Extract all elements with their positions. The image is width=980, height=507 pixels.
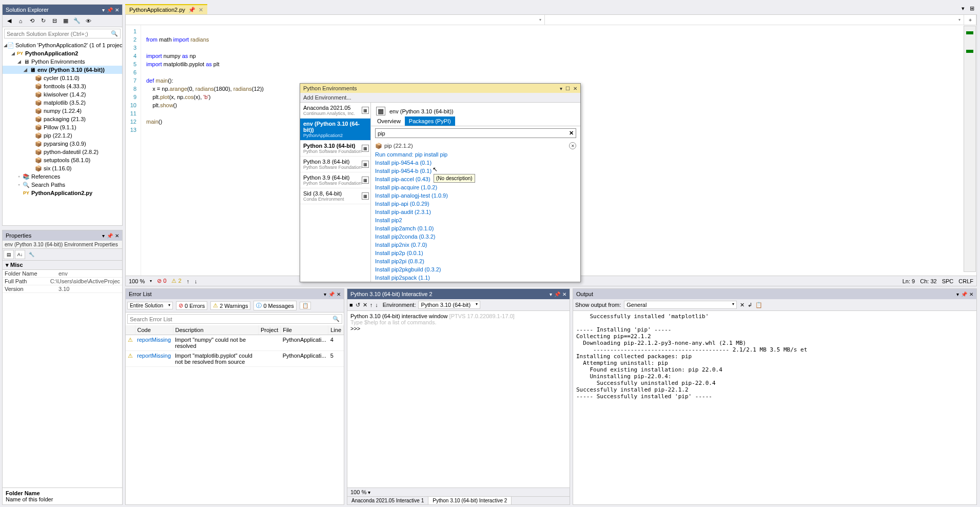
collapse-icon[interactable]: ⊟ bbox=[50, 16, 59, 26]
col-description[interactable]: Description bbox=[173, 325, 258, 335]
interactive-zoom[interactable]: 100 % ▾ bbox=[347, 488, 570, 496]
zoom-level[interactable]: 100 % bbox=[129, 278, 145, 284]
show-all-icon[interactable]: ▦ bbox=[61, 16, 70, 26]
pin-tab-icon[interactable]: 📌 bbox=[188, 7, 195, 13]
messages-filter[interactable]: ⓘ0 Messages bbox=[253, 301, 296, 310]
dropdown-icon[interactable]: ▾ bbox=[324, 291, 326, 297]
clear-icon[interactable]: ✕ bbox=[363, 302, 367, 308]
package-node[interactable]: 📦numpy (1.22.4) bbox=[3, 107, 122, 115]
maximize-icon[interactable]: ☐ bbox=[565, 86, 570, 91]
package-suggestion[interactable]: Install pip2p (0.0.1) bbox=[375, 249, 576, 257]
main-file-node[interactable]: PYPythonApplication2.py bbox=[3, 189, 122, 197]
dropdown-icon[interactable]: ▾ bbox=[962, 5, 969, 12]
environment-item[interactable]: Sid (3.8, 64-bit)Conda Environment▦ bbox=[300, 188, 370, 204]
package-suggestion[interactable]: Install pip-acquire (1.0.2) bbox=[375, 183, 576, 191]
close-tab-icon[interactable]: ✕ bbox=[199, 7, 203, 13]
package-search[interactable]: ✕ bbox=[375, 128, 576, 138]
package-node[interactable]: 📦python-dateutil (2.8.2) bbox=[3, 148, 122, 156]
environment-item[interactable]: Anaconda 2021.05Continuum Analytics, Inc… bbox=[300, 103, 370, 119]
package-node[interactable]: 📦Pillow (9.1.1) bbox=[3, 123, 122, 131]
solution-node[interactable]: ◢📄Solution 'PythonApplication2' (1 of 1 … bbox=[3, 41, 122, 49]
error-search[interactable]: 🔍 bbox=[127, 314, 342, 324]
close-icon[interactable]: ✕ bbox=[573, 86, 577, 91]
nav-down-icon[interactable]: ↓ bbox=[194, 278, 198, 284]
nav-up-icon[interactable]: ↑ bbox=[187, 278, 190, 284]
output-text[interactable]: Successfully installed 'matplotlib' ----… bbox=[573, 311, 976, 504]
package-node[interactable]: 📦fonttools (4.33.3) bbox=[3, 82, 122, 90]
error-row[interactable]: ⚠reportMissingImport "matplotlib.pyplot"… bbox=[126, 351, 344, 367]
package-node[interactable]: 📦cycler (0.11.0) bbox=[3, 74, 122, 82]
db-icon[interactable]: ▦ bbox=[362, 192, 369, 200]
package-suggestion[interactable]: Install pip2pkgbuild (0.3.2) bbox=[375, 265, 576, 274]
properties-icon[interactable]: 🔧 bbox=[72, 16, 82, 26]
interactive-output[interactable]: Python 3.10 (64-bit) interactive window … bbox=[347, 311, 570, 488]
add-icon[interactable]: ＋ bbox=[964, 15, 976, 25]
python-environments-node[interactable]: ◢🖥Python Environments bbox=[3, 57, 122, 66]
popup-title-bar[interactable]: Python Environments ▾ ☐ ✕ bbox=[300, 84, 580, 93]
db-icon[interactable]: ▦ bbox=[362, 107, 369, 114]
references-node[interactable]: ▫📚References bbox=[3, 172, 122, 181]
environment-item[interactable]: Python 3.8 (64-bit)Python Software Found… bbox=[300, 157, 370, 172]
environment-item[interactable]: Python 3.10 (64-bit)Python Software Foun… bbox=[300, 141, 370, 157]
error-search-input[interactable] bbox=[130, 316, 332, 322]
dropdown-icon[interactable]: ▾ bbox=[102, 7, 105, 13]
stop-icon[interactable]: ■ bbox=[349, 302, 353, 308]
close-icon[interactable]: ✕ bbox=[562, 291, 566, 297]
toggle-wrap-icon[interactable]: ↲ bbox=[748, 302, 752, 308]
close-icon[interactable]: ✕ bbox=[115, 233, 119, 239]
scroll-overview[interactable] bbox=[964, 26, 976, 272]
search-paths-node[interactable]: ▫🔍Search Paths bbox=[3, 181, 122, 189]
close-icon[interactable]: ✕ bbox=[969, 291, 973, 297]
interactive-tab[interactable]: Python 3.10 (64-bit) Interactive 2 bbox=[428, 497, 512, 504]
package-node[interactable]: 📦packaging (21.3) bbox=[3, 115, 122, 123]
error-count[interactable]: ⊘ 0 bbox=[157, 278, 166, 284]
property-row[interactable]: Folder Nameenv bbox=[3, 270, 122, 278]
col-line[interactable]: Line bbox=[328, 325, 344, 335]
package-suggestion[interactable]: Run command: pip install pip bbox=[375, 150, 576, 159]
home-icon[interactable]: ⌂ bbox=[16, 16, 25, 26]
db-icon[interactable]: ▦ bbox=[362, 145, 369, 152]
pin-icon[interactable]: 📌 bbox=[107, 7, 113, 13]
package-node[interactable]: 📦kiwisolver (1.4.2) bbox=[3, 90, 122, 99]
dropdown-icon[interactable]: ▾ bbox=[550, 291, 552, 297]
locate-icon[interactable]: 📋 bbox=[755, 302, 762, 308]
property-row[interactable]: Version3.10 bbox=[3, 285, 122, 293]
package-node[interactable]: 📦six (1.16.0) bbox=[3, 164, 122, 172]
property-row[interactable]: Full PathC:\Users\sidbe\ActiveProjec bbox=[3, 278, 122, 285]
package-node[interactable]: 📦setuptools (58.1.0) bbox=[3, 156, 122, 164]
col-project[interactable]: Project bbox=[258, 325, 280, 335]
tab-packages[interactable]: Packages (PyPI) bbox=[405, 116, 455, 126]
warning-count[interactable]: ⚠ 2 bbox=[171, 278, 181, 284]
reset-icon[interactable]: ↺ bbox=[356, 302, 360, 308]
nav-member-dropdown[interactable]: ▾ bbox=[545, 15, 964, 25]
back-icon[interactable]: ◀ bbox=[5, 16, 14, 26]
db-icon[interactable]: ▦ bbox=[362, 177, 369, 184]
pin-icon[interactable]: 📌 bbox=[328, 291, 335, 297]
env-node[interactable]: ◢🖥env (Python 3.10 (64-bit)) bbox=[3, 66, 122, 74]
environment-item[interactable]: env (Python 3.10 (64-bit))PythonApplicat… bbox=[300, 119, 370, 141]
output-source-dropdown[interactable]: General ▾ bbox=[624, 301, 737, 309]
nav-scope-dropdown[interactable]: ▾ bbox=[126, 15, 545, 25]
down-icon[interactable]: ↓ bbox=[375, 302, 378, 308]
package-suggestion[interactable]: Install pip-accel (0.43) bbox=[375, 175, 576, 183]
package-node[interactable]: 📦pip (22.1.2) bbox=[3, 131, 122, 140]
tab-overview[interactable]: Overview bbox=[373, 116, 405, 126]
alphabetical-icon[interactable]: A↓ bbox=[15, 250, 25, 259]
close-icon[interactable]: ✕ bbox=[115, 7, 119, 13]
dropdown-icon[interactable]: ▾ bbox=[956, 291, 959, 297]
errors-filter[interactable]: ⊘0 Errors bbox=[176, 301, 207, 310]
package-suggestion[interactable]: Install pip2pi (0.8.2) bbox=[375, 257, 576, 265]
package-suggestion[interactable]: Install pip2nix (0.7.0) bbox=[375, 241, 576, 249]
editor-tab[interactable]: PythonApplication2.py 📌 ✕ bbox=[125, 4, 207, 15]
package-search-input[interactable] bbox=[378, 130, 569, 136]
package-node[interactable]: 📦pyparsing (3.0.9) bbox=[3, 140, 122, 148]
up-icon[interactable]: ↑ bbox=[370, 302, 373, 308]
environment-item[interactable]: Python 3.9 (64-bit)Python Software Found… bbox=[300, 172, 370, 188]
search-icon[interactable]: 🔍 bbox=[332, 316, 340, 322]
wrench-icon[interactable]: 🔧 bbox=[26, 250, 36, 259]
pin-icon[interactable]: 📌 bbox=[554, 291, 560, 297]
package-suggestion[interactable]: Install pip-9454-a (0.1) bbox=[375, 159, 576, 167]
sync-icon[interactable]: ⟲ bbox=[27, 16, 36, 26]
build-filter[interactable]: 📋 bbox=[300, 302, 311, 309]
misc-category[interactable]: ▾ Misc bbox=[3, 261, 122, 270]
